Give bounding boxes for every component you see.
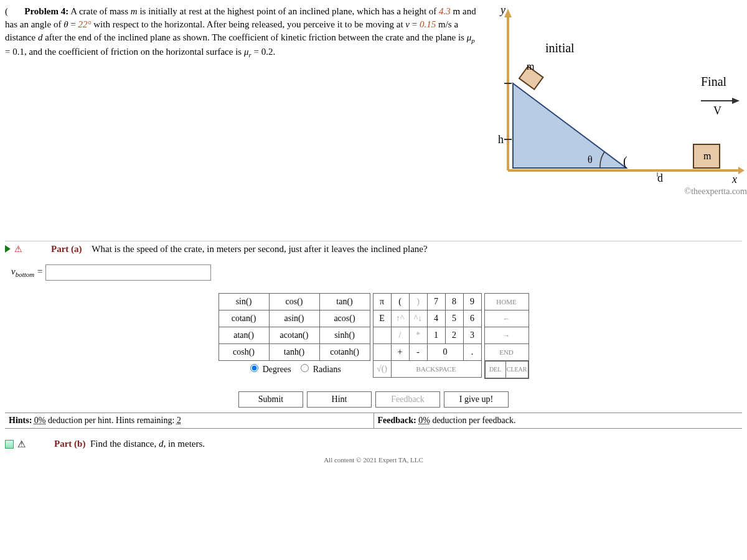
key-backspace[interactable]: BACKSPACE [391,360,481,377]
key-cotan[interactable]: cotan() [218,310,269,327]
number-keypad: π ( ) 7 8 9 E ↑^ ^↓ 4 5 6 / [373,293,482,378]
theta-label: θ [588,154,593,165]
angle-mode: Degrees Radians [218,361,370,375]
key-sqrt[interactable]: √() [373,360,391,377]
key-0[interactable]: 0 [427,343,463,360]
nav-keypad: HOME ← → END DEL CLEAR [484,293,529,379]
key-lparen[interactable]: ( [391,293,409,310]
key-div[interactable]: / [391,327,409,343]
key-2[interactable]: 2 [445,327,463,343]
key-blank2 [373,343,391,360]
svg-marker-11 [732,98,740,104]
key-end[interactable]: END [484,343,529,360]
key-8[interactable]: 8 [445,293,463,310]
feedback-tail: deduction per feedback. [432,416,515,425]
key-sinh[interactable]: sinh() [319,327,370,343]
action-buttons: Submit Hint Feedback I give up! [5,391,742,408]
x-axis-label: x [731,173,737,185]
hints-feedback-row: Hints: 0% deduction per hint. Hints rema… [5,413,742,429]
h-label: h [498,133,504,146]
hints-label: Hints: [9,416,32,425]
warning-icon: ⚠ [17,439,26,450]
key-dot[interactable]: . [463,343,481,360]
submit-button[interactable]: Submit [238,391,303,408]
warning-icon: ⚠ [14,244,22,254]
problem-title: Problem 4: [24,6,68,16]
key-mul[interactable]: * [409,327,427,343]
answer-row: vbottom = [11,264,742,281]
key-6[interactable]: 6 [463,310,481,327]
final-block-label: m [703,151,712,161]
key-pi[interactable]: π [373,293,391,310]
svg-marker-4 [513,83,626,168]
key-blank1 [373,327,391,343]
radians-radio[interactable]: Radians [298,365,341,374]
key-rparen[interactable]: ) [409,293,427,310]
feedback-button[interactable]: Feedback [375,391,440,408]
key-down[interactable]: ^↓ [409,310,427,327]
svg-text:(: ( [623,154,627,169]
giveup-button[interactable]: I give up! [444,391,509,408]
d-label: d [657,172,663,184]
key-cos[interactable]: cos() [269,293,319,310]
part-a-header: ⚠ Part (a) What is the speed of the crat… [5,244,742,254]
y-axis-label: y [499,4,505,16]
key-atan[interactable]: atan() [218,327,269,343]
key-e[interactable]: E [373,310,391,327]
crate-m-label: m [527,61,535,72]
hints-pct: 0% [34,416,46,425]
key-tan[interactable]: tan() [319,293,370,310]
key-acotan[interactable]: acotan() [269,327,319,343]
copyright: ©theexpertta.com [685,187,747,197]
key-sin[interactable]: sin() [218,293,269,310]
part-b-header: ⚠ Part (b) Find the distance, d, in mete… [5,439,742,450]
key-3[interactable]: 3 [463,327,481,343]
key-cotanh[interactable]: cotanh() [319,343,370,360]
initial-label: initial [545,41,575,55]
key-7[interactable]: 7 [427,293,445,310]
checkbox-icon[interactable] [5,440,14,449]
key-plus[interactable]: + [391,343,409,360]
hints-tail: deduction per hint. Hints remaining: [48,416,174,425]
key-up[interactable]: ↑^ [391,310,409,327]
feedback-pct: 0% [418,416,430,425]
key-cosh[interactable]: cosh() [218,343,269,360]
key-left[interactable]: ← [484,310,529,327]
degrees-radio[interactable]: Degrees [247,365,291,374]
feedback-label: Feedback: [378,416,416,425]
hint-button[interactable]: Hint [307,391,372,408]
key-1[interactable]: 1 [427,327,445,343]
key-minus[interactable]: - [409,343,427,360]
key-5[interactable]: 5 [445,310,463,327]
play-icon [5,245,11,253]
footer-copyright: All content © 2021 Expert TA, LLC [5,456,742,464]
hints-remaining: 2 [177,416,181,425]
key-4[interactable]: 4 [427,310,445,327]
key-home[interactable]: HOME [484,293,529,310]
v-label: V [713,105,721,117]
key-tanh[interactable]: tanh() [269,343,319,360]
part-a-question: What is the speed of the crate, in meter… [92,244,427,254]
problem-diagram: y x h θ m initial ( d Final V m [496,2,745,189]
final-label: Final [701,75,727,88]
key-clear[interactable]: CLEAR [505,361,528,378]
keypad: sin() cos() tan() cotan() asin() acos() … [5,293,742,379]
problem-statement: ( Problem 4: A crate of mass m is initia… [5,5,478,60]
part-b-label: Part (b) [54,439,85,449]
part-a-label: Part (a) [51,244,82,254]
key-asin[interactable]: asin() [269,310,319,327]
key-acos[interactable]: acos() [319,310,370,327]
answer-input[interactable] [45,264,211,281]
key-right[interactable]: → [484,327,529,343]
key-9[interactable]: 9 [463,293,481,310]
svg-marker-3 [738,167,745,174]
function-keypad: sin() cos() tan() cotan() asin() acos() … [218,293,370,361]
key-del[interactable]: DEL [485,361,505,378]
